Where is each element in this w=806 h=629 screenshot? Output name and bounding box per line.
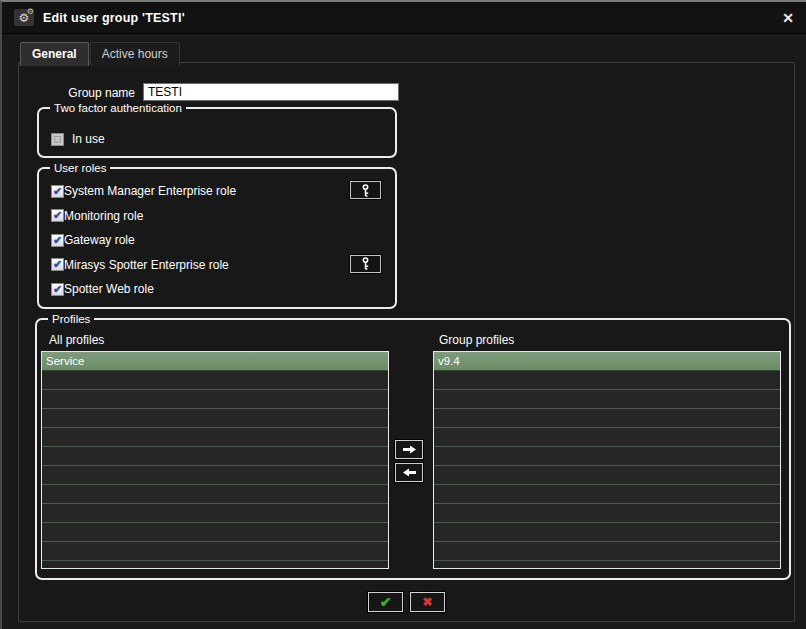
list-row-empty (434, 504, 780, 523)
move-right-button[interactable] (395, 440, 423, 459)
dialog-window: ⚙ ⚙ Edit user group 'TESTI' ✕ General Ac… (0, 0, 806, 629)
two-factor-groupbox: Two factor authentication In use (37, 107, 397, 158)
dialog-title: Edit user group 'TESTI' (43, 11, 185, 25)
list-row-empty (434, 390, 780, 409)
arrow-right-icon (403, 445, 416, 454)
group-name-input[interactable] (143, 83, 399, 101)
list-item-v94[interactable]: v9.4 (434, 352, 780, 371)
role-label: Spotter Web role (64, 282, 154, 296)
role-key-button[interactable] (350, 181, 381, 199)
user-roles-legend: User roles (50, 161, 110, 175)
list-row-empty (42, 504, 388, 523)
list-row-empty (434, 523, 780, 542)
all-profiles-label: All profiles (49, 333, 104, 347)
list-row-empty (434, 409, 780, 428)
all-profiles-list[interactable]: Service (41, 351, 389, 569)
list-row-empty (42, 428, 388, 447)
move-left-button[interactable] (395, 463, 423, 482)
in-use-row: In use (51, 132, 105, 146)
cancel-button[interactable]: ✖ (410, 592, 445, 612)
key-icon (360, 257, 371, 270)
role-label: System Manager Enterprise role (64, 184, 236, 198)
profiles-groupbox: Profiles All profiles Group profiles Ser… (35, 318, 791, 580)
footer-buttons: ✔ ✖ (19, 592, 794, 612)
list-row-empty (42, 409, 388, 428)
arrow-left-icon (403, 468, 416, 477)
role-label: Monitoring role (64, 209, 143, 223)
role-checkbox[interactable]: ✔ (51, 185, 64, 198)
close-icon[interactable]: ✕ (782, 11, 794, 25)
role-label: Gateway role (64, 233, 135, 247)
list-row-empty (42, 466, 388, 485)
list-row-empty (434, 542, 780, 561)
list-row-empty (434, 428, 780, 447)
role-checkbox[interactable]: ✔ (51, 283, 64, 296)
tab-active-hours[interactable]: Active hours (90, 42, 180, 66)
list-item-service[interactable]: Service (42, 352, 388, 371)
list-row-empty (42, 523, 388, 542)
group-profiles-list[interactable]: v9.4 (433, 351, 781, 569)
role-row: ✔ Spotter Web role (51, 281, 385, 297)
general-tab-page: Group name Two factor authentication In … (18, 62, 795, 622)
list-row-empty (42, 371, 388, 390)
list-row-empty (434, 447, 780, 466)
ok-button[interactable]: ✔ (368, 592, 403, 612)
role-checkbox[interactable]: ✔ (51, 234, 64, 247)
list-row-empty (434, 466, 780, 485)
check-icon: ✔ (380, 595, 392, 609)
role-checkbox[interactable]: ✔ (51, 209, 64, 222)
role-row: ✔ Mirasys Spotter Enterprise role (51, 257, 385, 273)
group-name-row: Group name (19, 83, 794, 101)
list-row-empty (42, 390, 388, 409)
in-use-label: In use (72, 132, 105, 146)
user-roles-groupbox: User roles ✔ System Manager Enterprise r… (37, 167, 397, 309)
role-key-button[interactable] (350, 255, 381, 273)
tab-strip: General Active hours (20, 42, 181, 66)
role-label: Mirasys Spotter Enterprise role (64, 258, 229, 272)
role-row: ✔ Gateway role (51, 232, 385, 248)
group-name-label: Group name (19, 86, 135, 100)
in-use-checkbox[interactable] (51, 133, 64, 146)
two-factor-legend: Two factor authentication (50, 101, 186, 115)
role-row: ✔ Monitoring role (51, 208, 385, 224)
list-row-empty (42, 447, 388, 466)
group-profiles-label: Group profiles (439, 333, 514, 347)
profiles-legend: Profiles (48, 312, 94, 326)
user-group-gears-icon: ⚙ ⚙ (14, 9, 34, 26)
x-icon: ✖ (422, 596, 432, 608)
list-row-empty (42, 485, 388, 504)
title-bar: ⚙ ⚙ Edit user group 'TESTI' ✕ (2, 2, 806, 34)
list-row-empty (434, 371, 780, 390)
list-row-empty (434, 485, 780, 504)
list-row-empty (42, 542, 388, 561)
role-row: ✔ System Manager Enterprise role (51, 183, 385, 199)
key-icon (360, 184, 371, 197)
role-checkbox[interactable]: ✔ (51, 258, 64, 271)
tab-general[interactable]: General (20, 42, 89, 66)
